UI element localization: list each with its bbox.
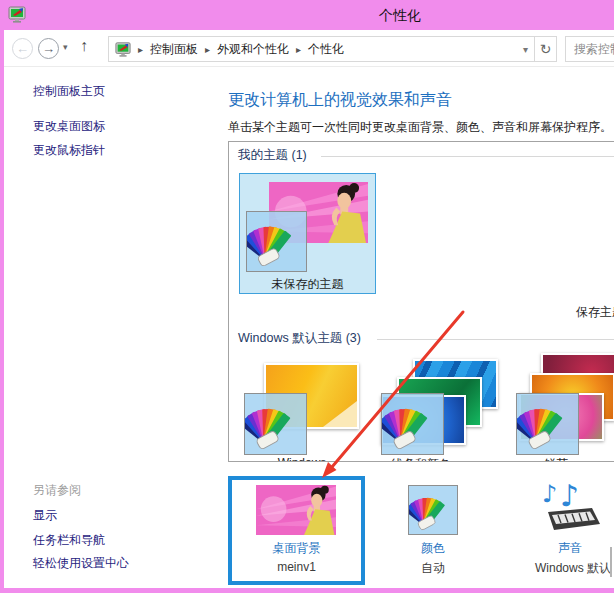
color-fan-icon — [381, 393, 444, 455]
address-monitor-icon — [115, 41, 131, 57]
breadcrumb-separator-icon: ▸ — [138, 44, 143, 55]
sidebar-item-change-desktop-icons[interactable]: 更改桌面图标 — [33, 118, 105, 135]
desktop-background-thumbnail — [256, 485, 336, 535]
search-input[interactable] — [565, 36, 614, 62]
sidebar-item-ease-of-access[interactable]: 轻松使用设置中心 — [33, 555, 129, 572]
window-border-left — [0, 30, 4, 593]
group-divider — [321, 156, 614, 157]
personalization-window-icon — [8, 5, 26, 23]
my-themes-header: 我的主题 (1) — [238, 147, 307, 164]
color-label[interactable]: 颜色 — [398, 540, 468, 557]
desktop-background-label[interactable]: 桌面背景 — [228, 540, 365, 557]
windows-themes-header: Windows 默认主题 (3) — [238, 330, 361, 347]
breadcrumb-control-panel[interactable]: 控制面板 — [150, 41, 198, 58]
unsaved-theme-label: 未保存的主题 — [240, 276, 375, 293]
color-fan-icon — [246, 211, 307, 272]
color-setting-icon[interactable] — [408, 485, 458, 535]
sound-setting-icon[interactable]: ♪ ♪ — [540, 478, 602, 536]
personalization-window: 个性化 ← → ▾ ↑ ▸ 控制面板 ▸ 外观和个性化 ▸ 个性化 ▾ ↻ 控制… — [0, 0, 614, 595]
up-button[interactable]: ↑ — [80, 37, 88, 55]
sound-value: Windows 默认 — [523, 560, 614, 577]
flowers-theme-label: 鲜花 — [501, 456, 611, 462]
theme-unsaved-selected[interactable]: 未保存的主题 — [239, 173, 376, 294]
address-dropdown-icon[interactable]: ▾ — [523, 44, 528, 55]
color-fan-icon — [516, 393, 579, 455]
svg-text:♪: ♪ — [542, 480, 557, 508]
svg-text:♪: ♪ — [560, 478, 579, 513]
breadcrumb-separator-icon: ▸ — [296, 44, 301, 55]
group-divider — [377, 339, 614, 340]
save-theme-link[interactable]: 保存主题 — [576, 304, 614, 321]
breadcrumb-personalization[interactable]: 个性化 — [308, 41, 344, 58]
color-value: 自动 — [398, 560, 468, 577]
desktop-background-value: meinv1 — [228, 560, 365, 574]
breadcrumb-separator-icon: ▸ — [205, 44, 210, 55]
forward-button[interactable]: → — [38, 38, 59, 59]
back-icon: ← — [16, 42, 29, 55]
sidebar-item-control-panel-home[interactable]: 控制面板主页 — [33, 83, 105, 100]
forward-icon: → — [42, 42, 55, 55]
sound-label[interactable]: 声音 — [535, 540, 605, 557]
windows-theme-label: Windows — [247, 456, 357, 462]
breadcrumb-appearance[interactable]: 外观和个性化 — [217, 41, 289, 58]
page-subtitle: 单击某个主题可一次性同时更改桌面背景、颜色、声音和屏幕保护程序。 — [228, 119, 612, 136]
sidebar-item-change-mouse-pointers[interactable]: 更改鼠标指针 — [33, 142, 105, 159]
lines-colors-theme-label: 线条和颜色 — [366, 456, 476, 462]
window-border-bottom — [0, 588, 614, 593]
theme-gallery: 我的主题 (1) 未保存的主题 保存主题 Windows 默认主题 (3) Wi… — [228, 141, 614, 462]
sidebar-item-taskbar-navigation[interactable]: 任务栏和导航 — [33, 532, 105, 549]
recent-pages-dropdown[interactable]: ▾ — [63, 42, 68, 52]
address-bar[interactable]: ▸ 控制面板 ▸ 外观和个性化 ▸ 个性化 ▾ — [108, 36, 535, 62]
page-title: 更改计算机上的视觉效果和声音 — [228, 90, 452, 111]
refresh-button[interactable]: ↻ — [534, 36, 557, 62]
clipped-next-item-edge — [610, 547, 612, 577]
address-toolbar: ← → ▾ ↑ ▸ 控制面板 ▸ 外观和个性化 ▸ 个性化 ▾ ↻ — [4, 30, 614, 67]
sidebar-item-display[interactable]: 显示 — [33, 507, 57, 524]
color-fan-icon — [244, 393, 307, 455]
window-title: 个性化 — [300, 7, 500, 25]
back-button[interactable]: ← — [12, 38, 33, 59]
see-also-header: 另请参阅 — [33, 482, 81, 499]
